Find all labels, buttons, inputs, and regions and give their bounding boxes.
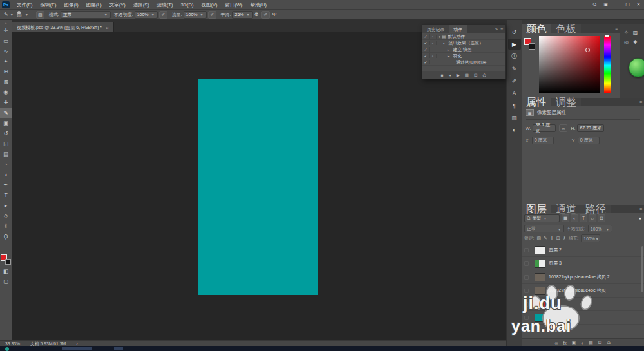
action-button-icon[interactable]: ♺ [482, 73, 486, 78]
tool-button[interactable]: T [0, 190, 12, 200]
layer-row[interactable] [522, 298, 644, 311]
toggle-brush-panel-icon[interactable]: ▨ [36, 11, 44, 19]
panel-tab[interactable]: 通道 [551, 205, 581, 213]
action-button-icon[interactable]: ▶ [457, 73, 460, 78]
tool-button[interactable]: ✛ [0, 25, 12, 35]
collapsed-panel-icon[interactable]: ¶ [508, 100, 521, 111]
tool-button[interactable]: ◔ [0, 159, 12, 169]
width-input[interactable]: 38.1 厘米 [533, 124, 556, 132]
layers-toolbar-icon[interactable]: ∞ [555, 341, 558, 345]
menu-item[interactable]: 编辑(E) [37, 0, 61, 10]
symmetry-icon[interactable]: Ψ [271, 12, 278, 17]
filter-toggle-icon[interactable]: ● [639, 216, 641, 220]
panel-menu-icon[interactable]: ≡ [615, 24, 618, 33]
collapsed-panel-icon[interactable]: ⓘ [508, 51, 521, 62]
y-input[interactable]: 0 厘米 [578, 137, 600, 144]
taskbar-item[interactable] [114, 347, 123, 350]
hue-slider[interactable] [604, 36, 611, 93]
expand-icon[interactable]: ▸ [448, 48, 450, 52]
tool-button[interactable]: ▸ [0, 200, 12, 211]
flow-input[interactable]: 100% ▾ [184, 11, 207, 19]
dialog-toggle-icon[interactable]: ▫ [430, 41, 437, 45]
tool-button[interactable]: ◉ [0, 87, 12, 97]
tool-button[interactable]: ▭ [0, 35, 12, 46]
smoothing-input[interactable]: 25% ▾ [232, 11, 253, 19]
blend-mode-select[interactable]: 正常 ▾ [61, 11, 111, 19]
tool-button[interactable]: ✒ [0, 180, 12, 190]
background-color-swatch[interactable] [529, 43, 535, 50]
brush-preset-picker[interactable]: 300 [14, 11, 24, 18]
panel-tab[interactable]: 图层 [522, 205, 551, 213]
menu-item[interactable]: 窗口(W) [221, 0, 246, 10]
brush-tool-icon[interactable]: ✎ [3, 12, 10, 17]
hue-slider-marker[interactable] [605, 35, 609, 37]
layer-row[interactable]: 105827rykpqsieaue4oe 拷贝 2 [522, 270, 644, 284]
collapsed-panel-icon[interactable]: ▶ [508, 39, 521, 50]
action-row[interactable]: ✓ 通过拷贝的图层 [422, 59, 505, 66]
menu-item[interactable]: 视图(V) [197, 0, 221, 10]
opacity-input[interactable]: 100% ▾ [135, 11, 158, 19]
visibility-toggle[interactable] [522, 243, 531, 256]
layers-toolbar-icon[interactable]: ⊡ [598, 340, 602, 345]
collapsed-panel-icon[interactable]: ✐ [508, 75, 521, 86]
layer-opacity-input[interactable]: 100% ▾ [588, 225, 612, 232]
layer-filter-icon[interactable]: ◐ [571, 214, 578, 222]
layers-toolbar-icon[interactable]: ▤ [589, 340, 592, 345]
opacity-pressure-icon[interactable]: ✐ [159, 11, 167, 19]
workspace-icon[interactable]: ▣ [600, 0, 611, 9]
layer-thumbnail[interactable] [535, 260, 545, 268]
tool-button[interactable]: Ϙ [0, 231, 12, 242]
layers-toolbar-icon[interactable]: ▣ [572, 340, 576, 345]
visibility-toggle[interactable] [522, 270, 531, 283]
menu-item[interactable]: 3D(D) [176, 0, 197, 10]
dialog-toggle-icon[interactable]: ▫ [430, 54, 437, 58]
action-button-icon[interactable]: ⊡ [474, 73, 477, 78]
tool-button[interactable]: ✦ [0, 56, 12, 66]
layer-thumbnail[interactable] [535, 287, 545, 295]
expand-icon[interactable]: ▸ [448, 54, 450, 58]
tool-button[interactable]: ◇ [0, 211, 12, 221]
layers-toolbar-icon[interactable]: ◐ [581, 341, 583, 345]
layer-name[interactable]: 105827rykpqsieaue4oe 拷贝 2 [549, 274, 610, 280]
action-row[interactable]: ✓ ▫ ▾ 淡出效果（选区） [422, 40, 505, 46]
layer-filter-icon[interactable]: ▦ [562, 214, 569, 222]
layer-row[interactable] [522, 311, 644, 325]
checkmark-icon[interactable]: ✓ [422, 41, 430, 45]
layer-row[interactable]: 图层 3 [522, 257, 644, 270]
action-row[interactable]: ✓ ▫ ▾ ▤ 默认动作 [422, 33, 505, 40]
x-input[interactable]: 0 厘米 [532, 137, 554, 144]
layer-thumbnail[interactable] [535, 300, 545, 308]
airbrush-icon[interactable]: ✐ [208, 11, 216, 19]
tool-button[interactable]: ∿ [0, 46, 12, 56]
layer-fill-input[interactable]: 100% ▾ [581, 234, 600, 242]
tool-button[interactable]: ✌ [0, 221, 12, 231]
action-button-icon[interactable]: ■ [441, 73, 444, 77]
size-pressure-icon[interactable]: ✐ [261, 11, 270, 19]
lock-icon[interactable]: ⚷ [563, 236, 566, 241]
action-row[interactable]: ✓ ▸ 建立 快照 [422, 46, 505, 53]
layer-thumbnail[interactable] [535, 246, 545, 254]
layer-filter-icon[interactable]: ⊡ [598, 214, 605, 222]
panel-menu-icon[interactable]: ≡ [500, 25, 503, 33]
panel-tab[interactable]: 属性 [522, 98, 551, 106]
menu-item[interactable]: 图层(L) [82, 0, 106, 10]
collapsed-panel-icon[interactable]: ◐ [508, 124, 521, 135]
gear-icon[interactable]: ⚙ [253, 12, 260, 17]
status-arrow-icon[interactable]: › [76, 341, 77, 346]
maximize-button[interactable]: ▢ [622, 0, 633, 9]
layer-row[interactable]: 图层 2 [522, 243, 644, 257]
collapse-toolbar-icon[interactable]: » [5, 20, 6, 25]
expand-icon[interactable]: ▾ [443, 41, 445, 45]
dialog-toggle-icon[interactable]: ▫ [430, 35, 437, 39]
tool-button[interactable]: ◱ [0, 138, 12, 149]
tool-button[interactable]: ⋯ [0, 242, 12, 252]
lock-icon[interactable]: ✛ [550, 236, 554, 241]
menu-item[interactable]: 滤镜(T) [153, 0, 177, 10]
menu-item[interactable]: 选择(S) [129, 0, 153, 10]
layer-name[interactable]: 图层 3 [549, 260, 562, 267]
scrollbar[interactable] [641, 246, 643, 292]
glyphs-icon[interactable]: ◎ [624, 39, 629, 45]
panel-menu-icon[interactable]: ≡ [639, 205, 642, 213]
layer-name[interactable]: 图层 2 [549, 247, 562, 253]
taskbar-app-icon[interactable] [5, 347, 9, 351]
